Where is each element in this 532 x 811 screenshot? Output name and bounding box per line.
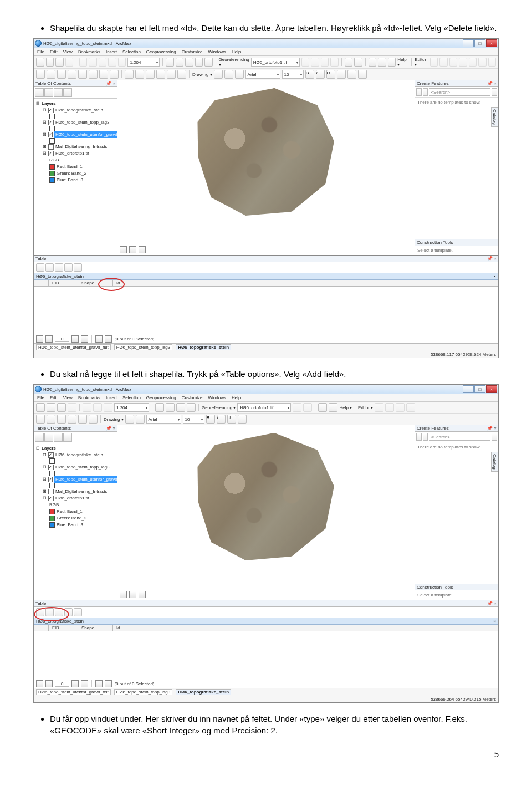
expand-icon[interactable]: ⊞ (43, 488, 47, 495)
table-close-icon[interactable]: 📌 × (487, 601, 497, 606)
table-zoom-button[interactable] (64, 263, 73, 272)
table-layer-close-icon[interactable]: × (493, 274, 496, 279)
maximize-button[interactable]: □ (474, 39, 485, 47)
editor-t5[interactable] (469, 58, 477, 67)
layer-label[interactable]: HØ6_topo_stein_topp_lag3 (55, 119, 109, 126)
clear-sel-button[interactable] (135, 70, 144, 79)
organize-icon[interactable] (423, 88, 428, 96)
toc-tab-source[interactable] (44, 88, 53, 97)
georef-menu[interactable]: Georeferencing ▾ (202, 405, 236, 410)
print-button[interactable] (65, 58, 74, 67)
misc-t1[interactable] (318, 403, 327, 412)
paste-button[interactable] (99, 58, 107, 67)
tool-c[interactable] (185, 58, 193, 67)
menu-insert[interactable]: Insert (106, 49, 117, 54)
panel-pin-icon[interactable]: 📌 × (487, 81, 497, 86)
toc-tab-selection[interactable] (63, 433, 72, 442)
find-button[interactable] (156, 70, 165, 79)
font-name-dropdown[interactable]: Arial (146, 415, 181, 424)
last-record-button[interactable] (81, 680, 88, 687)
tool-d[interactable] (195, 58, 203, 67)
georef-t2[interactable] (311, 58, 319, 67)
expand-icon[interactable]: ⊟ (43, 495, 47, 502)
symbol-swatch[interactable] (49, 138, 55, 144)
menu-edit[interactable]: Edit (50, 395, 58, 400)
menu-customize[interactable]: Customize (182, 49, 203, 54)
filter-icon[interactable] (416, 88, 422, 96)
fixed-zoomin-button[interactable] (78, 70, 87, 79)
toc-tab-source[interactable] (44, 433, 53, 442)
layer-label[interactable]: Mal_Digitalisering_Intrasis (55, 144, 107, 150)
select-button[interactable] (125, 70, 134, 79)
identify-button[interactable] (146, 70, 155, 79)
toc-tab-drawing[interactable] (35, 88, 44, 97)
editor-t3[interactable] (449, 58, 458, 67)
menu-help[interactable]: Help (232, 49, 241, 54)
font-size-dropdown[interactable]: 10 (282, 70, 304, 79)
copy-button[interactable] (93, 403, 102, 412)
expand-icon[interactable]: ⊟ (43, 119, 47, 126)
symbol-swatch[interactable] (49, 471, 55, 476)
menu-file[interactable]: File (37, 49, 44, 54)
scale-dropdown[interactable]: 1:204 (127, 58, 160, 67)
georef-menu[interactable]: Georeferencing ▾ (219, 57, 249, 67)
table-select-button[interactable] (55, 263, 63, 272)
help-menu[interactable]: Help ▾ (397, 57, 408, 67)
georef-layer-dropdown[interactable]: HØ6_ortofoto1.tif (251, 58, 300, 67)
georef-t2[interactable] (303, 403, 312, 412)
expand-icon[interactable]: ⊟ (43, 452, 47, 458)
layer-checkbox[interactable] (48, 151, 54, 156)
new-button[interactable] (36, 58, 44, 67)
expand-icon[interactable]: ⊟ (43, 131, 47, 138)
layer-label[interactable]: HØ6_ortofoto1.tif (55, 150, 89, 157)
scale-dropdown[interactable]: 1:204 (114, 403, 149, 412)
symbol-swatch[interactable] (49, 114, 55, 119)
expand-icon[interactable]: ⊟ (36, 445, 40, 452)
next-record-button[interactable] (71, 335, 79, 343)
layer-checkbox[interactable] (48, 489, 54, 494)
copy-button[interactable] (89, 58, 97, 67)
editor-t1[interactable] (430, 58, 438, 67)
menu-insert[interactable]: Insert (106, 395, 117, 400)
expand-icon[interactable]: ⊟ (43, 107, 47, 114)
toc-tab-selection[interactable] (63, 88, 72, 97)
col-fid[interactable]: FID (49, 280, 78, 286)
cut-button[interactable] (79, 58, 88, 67)
layer-label-selected[interactable]: HØ6_topo_stein_utenfor_gravd_felt (54, 476, 127, 483)
menu-geoprocessing[interactable]: Geoprocessing (146, 49, 176, 54)
georef-t3[interactable] (321, 58, 329, 67)
expand-icon[interactable]: ⊟ (43, 150, 47, 157)
next-record-button[interactable] (71, 680, 79, 687)
editor-t4[interactable] (459, 58, 467, 67)
table-related-button[interactable] (45, 263, 54, 272)
search-icon[interactable] (492, 433, 497, 441)
show-selected-button[interactable] (105, 335, 112, 343)
bold-button[interactable]: B (206, 415, 215, 424)
menu-help[interactable]: Help (232, 395, 241, 400)
help-menu[interactable]: Help ▾ (339, 405, 352, 410)
open-button[interactable] (46, 58, 54, 67)
print-button[interactable] (68, 403, 76, 412)
symbol-swatch[interactable] (49, 458, 55, 464)
draw-rect-button[interactable] (224, 70, 233, 79)
toc-tab-visibility[interactable] (54, 88, 63, 97)
maximize-button[interactable]: □ (474, 385, 485, 393)
table-tab-active[interactable]: HØ6_topografiske_stein (176, 689, 231, 695)
first-record-button[interactable] (36, 680, 43, 687)
line-color-button[interactable] (358, 70, 367, 79)
col-id[interactable]: Id (113, 625, 139, 631)
editor-t6[interactable] (478, 58, 487, 67)
draw-rect-button[interactable] (136, 415, 145, 424)
editor-t2[interactable] (439, 58, 448, 67)
organize-icon[interactable] (423, 433, 428, 441)
catalog-tab[interactable]: Catalog (491, 107, 498, 127)
row-selector-header[interactable] (34, 625, 49, 631)
select-button[interactable] (78, 415, 87, 424)
table-rows[interactable] (34, 287, 498, 334)
layer-label[interactable]: HØ6_topografiske_stein (55, 107, 103, 114)
table-clear-button[interactable] (74, 608, 82, 616)
redo-button[interactable] (118, 58, 126, 67)
drawing-menu[interactable]: Drawing ▾ (104, 417, 124, 422)
layer-checkbox[interactable] (48, 477, 53, 482)
editor-t1[interactable] (375, 403, 383, 412)
